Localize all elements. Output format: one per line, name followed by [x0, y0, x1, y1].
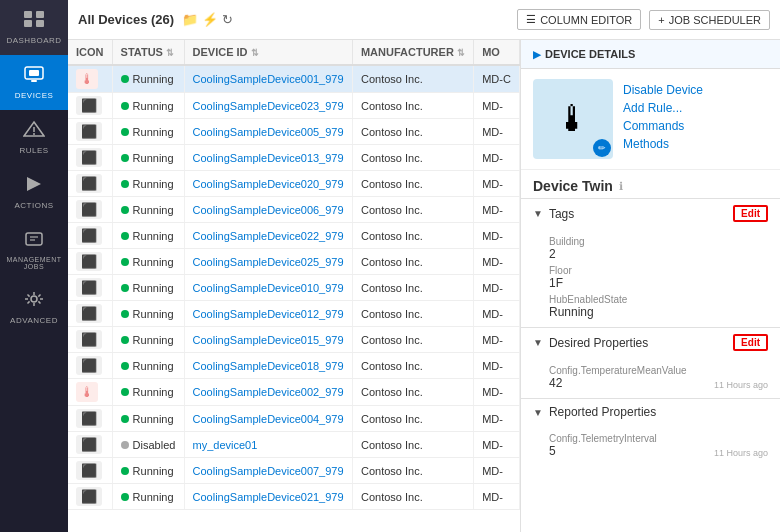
commands-link[interactable]: Commands — [623, 119, 703, 133]
status-dot-icon — [121, 441, 129, 449]
table-row[interactable]: ⬛RunningCoolingSampleDevice023_979Contos… — [68, 93, 520, 119]
desired-properties-section: ▼ Desired Properties Edit Config.Tempera… — [521, 327, 780, 398]
top-bar: All Devices (26) 📁 ⚡ ↻ ☰ COLUMN EDITOR +… — [68, 0, 780, 40]
device-id-text[interactable]: CoolingSampleDevice006_979 — [193, 204, 344, 216]
row-manufacturer-cell: Contoso Inc. — [352, 406, 473, 432]
reported-section-header[interactable]: ▼ Reported Properties — [521, 399, 780, 425]
disable-device-link[interactable]: Disable Device — [623, 83, 703, 97]
sidebar-item-dashboard[interactable]: Dashboard — [0, 0, 68, 55]
reported-section-content: Config.TelemetryInterval 5 11 Hours ago — [521, 425, 780, 466]
sidebar-item-management-jobs[interactable]: MANAGEMENT JOBS — [0, 220, 68, 280]
device-id-text[interactable]: CoolingSampleDevice004_979 — [193, 413, 344, 425]
status-dot-icon — [121, 102, 129, 110]
table-row[interactable]: ⬛RunningCoolingSampleDevice021_979Contos… — [68, 484, 520, 510]
table-row[interactable]: ⬛RunningCoolingSampleDevice005_979Contos… — [68, 119, 520, 145]
device-id-text[interactable]: CoolingSampleDevice002_979 — [193, 386, 344, 398]
sidebar-item-advanced[interactable]: Advanced — [0, 280, 68, 335]
row-manufacturer-cell: Contoso Inc. — [352, 93, 473, 119]
row-icon-cell: ⬛ — [68, 458, 112, 484]
col-icon[interactable]: ICON — [68, 40, 112, 65]
table-row[interactable]: ⬛RunningCoolingSampleDevice007_979Contos… — [68, 458, 520, 484]
table-row[interactable]: ⬛RunningCoolingSampleDevice010_979Contos… — [68, 275, 520, 301]
job-scheduler-button[interactable]: + JOB SCHEDULER — [649, 10, 770, 30]
row-device-id-cell: CoolingSampleDevice020_979 — [184, 171, 352, 197]
device-id-text[interactable]: CoolingSampleDevice018_979 — [193, 360, 344, 372]
status-text: Running — [133, 178, 174, 190]
row-model-cell: MD- — [474, 223, 520, 249]
row-icon-cell: ⬛ — [68, 406, 112, 432]
table-row[interactable]: ⬛RunningCoolingSampleDevice018_979Contos… — [68, 353, 520, 379]
device-id-text[interactable]: CoolingSampleDevice005_979 — [193, 126, 344, 138]
svg-rect-2 — [24, 20, 32, 27]
table-row[interactable]: ⬛RunningCoolingSampleDevice020_979Contos… — [68, 171, 520, 197]
floor-value: 1F — [549, 276, 768, 290]
row-status-cell: Running — [112, 93, 184, 119]
filter-icon[interactable]: ⚡ — [202, 12, 218, 27]
device-icon: ⬛ — [76, 122, 102, 141]
device-twin-info-icon[interactable]: ℹ — [619, 180, 623, 193]
row-manufacturer-cell: Contoso Inc. — [352, 301, 473, 327]
svg-line-19 — [28, 295, 30, 297]
col-device-id[interactable]: DEVICE ID ⇅ — [184, 40, 352, 65]
row-manufacturer-cell: Contoso Inc. — [352, 458, 473, 484]
device-id-text[interactable]: CoolingSampleDevice020_979 — [193, 178, 344, 190]
sort-status-icon: ⇅ — [166, 48, 174, 58]
svg-line-20 — [38, 301, 40, 303]
config-temp-value: 42 — [549, 376, 562, 390]
tags-section-header[interactable]: ▼ Tags Edit — [521, 199, 780, 228]
sidebar-item-actions[interactable]: Actions — [0, 165, 68, 220]
svg-rect-5 — [29, 70, 39, 76]
tags-edit-button[interactable]: Edit — [733, 205, 768, 222]
row-model-cell: MD- — [474, 119, 520, 145]
page-title: All Devices (26) — [78, 12, 174, 27]
sidebar-item-devices[interactable]: Devices — [0, 55, 68, 110]
table-row[interactable]: ⬛RunningCoolingSampleDevice004_979Contos… — [68, 406, 520, 432]
device-id-text[interactable]: my_device01 — [193, 439, 258, 451]
edit-image-icon[interactable]: ✏ — [593, 139, 611, 157]
table-row[interactable]: 🌡RunningCoolingSampleDevice001_979Contos… — [68, 65, 520, 93]
methods-link[interactable]: Methods — [623, 137, 703, 151]
table-row[interactable]: ⬛RunningCoolingSampleDevice006_979Contos… — [68, 197, 520, 223]
config-temp-label: Config.TemperatureMeanValue — [549, 365, 768, 376]
device-id-text[interactable]: CoolingSampleDevice021_979 — [193, 491, 344, 503]
table-row[interactable]: ⬛Disabledmy_device01Contoso Inc.MD- — [68, 432, 520, 458]
device-id-text[interactable]: CoolingSampleDevice007_979 — [193, 465, 344, 477]
svg-rect-1 — [36, 11, 44, 18]
table-row[interactable]: 🌡RunningCoolingSampleDevice002_979Contos… — [68, 379, 520, 406]
sidebar-item-rules[interactable]: Rules — [0, 110, 68, 165]
table-row[interactable]: ⬛RunningCoolingSampleDevice022_979Contos… — [68, 223, 520, 249]
row-manufacturer-cell: Contoso Inc. — [352, 145, 473, 171]
device-table-area: ICON STATUS ⇅ DEVICE ID ⇅ MANUFACTURER ⇅… — [68, 40, 520, 532]
device-id-text[interactable]: CoolingSampleDevice022_979 — [193, 230, 344, 242]
desired-edit-button[interactable]: Edit — [733, 334, 768, 351]
actions-icon — [23, 175, 45, 198]
col-manufacturer[interactable]: MANUFACTURER ⇅ — [352, 40, 473, 65]
device-id-text[interactable]: CoolingSampleDevice001_979 — [193, 73, 344, 85]
thermometer-icon: 🌡 — [76, 69, 98, 89]
folder-icon[interactable]: 📁 — [182, 12, 198, 27]
table-row[interactable]: ⬛RunningCoolingSampleDevice013_979Contos… — [68, 145, 520, 171]
device-id-text[interactable]: CoolingSampleDevice023_979 — [193, 100, 344, 112]
body-area: ICON STATUS ⇅ DEVICE ID ⇅ MANUFACTURER ⇅… — [68, 40, 780, 532]
telemetry-interval-label: Config.TelemetryInterval — [549, 433, 768, 444]
device-id-text[interactable]: CoolingSampleDevice025_979 — [193, 256, 344, 268]
add-rule-link[interactable]: Add Rule... — [623, 101, 703, 115]
device-id-text[interactable]: CoolingSampleDevice012_979 — [193, 308, 344, 320]
status-dot-icon — [121, 154, 129, 162]
row-icon-cell: ⬛ — [68, 197, 112, 223]
col-status[interactable]: STATUS ⇅ — [112, 40, 184, 65]
device-icon: ⬛ — [76, 148, 102, 167]
refresh-icon[interactable]: ↻ — [222, 12, 233, 27]
status-text: Running — [133, 282, 174, 294]
column-editor-button[interactable]: ☰ COLUMN EDITOR — [517, 9, 641, 30]
advanced-icon — [23, 290, 45, 313]
table-row[interactable]: ⬛RunningCoolingSampleDevice012_979Contos… — [68, 301, 520, 327]
desired-section-header[interactable]: ▼ Desired Properties Edit — [521, 328, 780, 357]
device-id-text[interactable]: CoolingSampleDevice015_979 — [193, 334, 344, 346]
sidebar-item-management-jobs-label: MANAGEMENT JOBS — [4, 256, 64, 270]
table-row[interactable]: ⬛RunningCoolingSampleDevice015_979Contos… — [68, 327, 520, 353]
table-row[interactable]: ⬛RunningCoolingSampleDevice025_979Contos… — [68, 249, 520, 275]
device-id-text[interactable]: CoolingSampleDevice010_979 — [193, 282, 344, 294]
device-id-text[interactable]: CoolingSampleDevice013_979 — [193, 152, 344, 164]
col-model[interactable]: MO — [474, 40, 520, 65]
